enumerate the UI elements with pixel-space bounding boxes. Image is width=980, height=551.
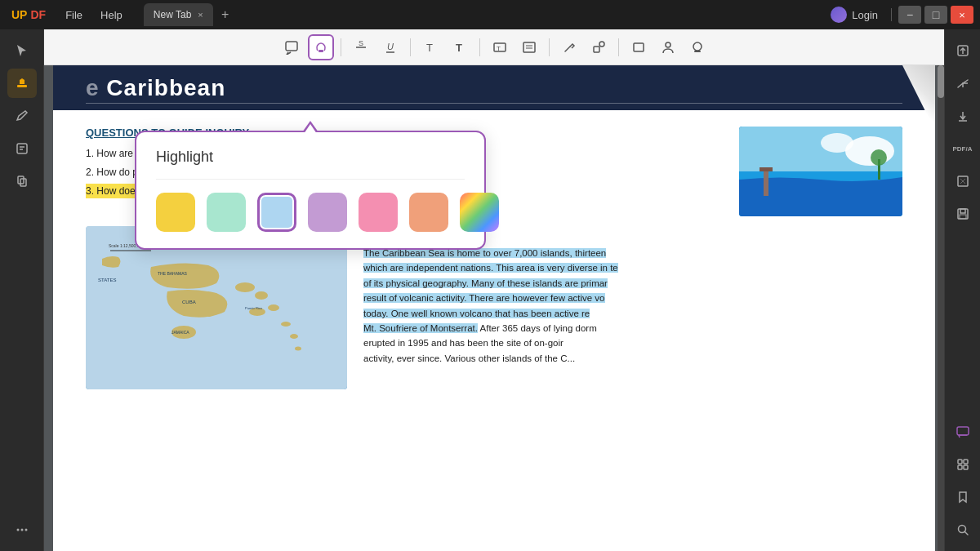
pdf-title-line [86, 103, 902, 104]
sidebar-highlight-tool[interactable] [7, 69, 37, 98]
color-swatch-rainbow[interactable] [460, 193, 499, 232]
color-swatch-green[interactable] [207, 193, 246, 232]
add-tab-button[interactable]: + [216, 6, 234, 24]
scroll-indicator[interactable] [938, 65, 944, 551]
svg-rect-61 [957, 427, 969, 435]
svg-rect-24 [634, 43, 644, 51]
comment-tool-button[interactable] [278, 34, 305, 60]
right-sidebar-grid[interactable] [948, 450, 978, 479]
color-swatch-purple[interactable] [308, 193, 347, 232]
caribbean-text-section: The Caribbean The Caribbean Sea is home … [363, 226, 902, 389]
app-logo: UPDF [7, 8, 51, 21]
sidebar-edit-tool[interactable] [7, 101, 37, 131]
toolbar-divider-4 [549, 38, 550, 56]
right-sidebar-pdfa[interactable]: PDF/A [948, 134, 978, 163]
stamp-button[interactable] [684, 34, 710, 60]
user-avatar [831, 7, 847, 23]
sidebar-pages-tool[interactable] [7, 167, 37, 196]
svg-text:JAMAICA: JAMAICA [172, 330, 189, 335]
svg-rect-19 [523, 42, 535, 52]
svg-rect-0 [17, 85, 27, 87]
svg-point-47 [290, 334, 298, 339]
right-sidebar-bookmark[interactable] [948, 482, 978, 512]
color-swatches [156, 193, 465, 232]
svg-text:STATES: STATES [98, 278, 116, 282]
scroll-thumb[interactable] [938, 65, 944, 98]
sidebar-cursor-tool[interactable] [7, 36, 37, 65]
svg-text:T: T [426, 42, 433, 54]
svg-point-6 [16, 529, 19, 531]
left-sidebar [0, 29, 44, 551]
svg-rect-63 [964, 460, 968, 464]
svg-text:CUBA: CUBA [182, 300, 196, 304]
svg-rect-9 [286, 42, 297, 51]
svg-rect-65 [964, 465, 968, 469]
rectangle-button[interactable] [626, 34, 652, 60]
svg-rect-33 [764, 171, 768, 196]
menu-file[interactable]: File [57, 6, 91, 24]
title-bar: UPDF File Help New Tab × + Login − □ × [0, 0, 980, 29]
underline-button[interactable]: U [377, 34, 403, 60]
right-sidebar-fit[interactable] [948, 167, 978, 196]
svg-point-8 [24, 529, 27, 531]
sidebar-forms-tool[interactable] [7, 134, 37, 163]
minimize-button[interactable]: − [898, 6, 921, 24]
svg-point-7 [20, 529, 23, 531]
svg-text:T: T [456, 42, 462, 54]
right-sidebar-search[interactable] [948, 515, 978, 544]
svg-rect-10 [318, 50, 323, 52]
svg-text:S: S [359, 40, 363, 47]
caribbean-body-text: The Caribbean Sea is home to over 7,000 … [363, 246, 902, 366]
svg-point-44 [255, 291, 268, 300]
pdf-page: e Caribbean QUESTIONS TO GUIDE INQUIRY 1… [53, 65, 935, 551]
text-button[interactable]: T [417, 34, 443, 60]
pdf-title: e Caribbean [86, 75, 225, 101]
strikethrough-button[interactable]: S [348, 34, 374, 60]
highlight-tool-button[interactable] [308, 34, 334, 60]
text-bold-button[interactable]: T [447, 34, 473, 60]
toolbar-divider-2 [410, 38, 411, 56]
maximize-button[interactable]: □ [924, 6, 947, 24]
login-label: Login [852, 9, 878, 21]
svg-text:Puerto Rico: Puerto Rico [245, 306, 263, 310]
right-sidebar-upload[interactable] [948, 36, 978, 65]
right-sidebar-download[interactable] [948, 101, 978, 131]
login-button[interactable]: Login [824, 3, 884, 26]
color-swatch-orange[interactable] [409, 193, 448, 232]
person-button[interactable] [655, 34, 681, 60]
toolbar-divider-3 [479, 38, 480, 56]
svg-point-46 [281, 322, 291, 327]
menu-help[interactable]: Help [92, 6, 131, 24]
right-sidebar-save[interactable] [948, 199, 978, 229]
svg-text:THE BAHAMAS: THE BAHAMAS [158, 271, 188, 276]
window-controls: − □ × [898, 6, 973, 24]
color-swatch-blue[interactable] [257, 193, 296, 232]
highlighted-caribbean-text: The Caribbean Sea is home to over 7,000 … [363, 248, 618, 333]
popup-divider [156, 179, 465, 180]
svg-point-43 [235, 282, 255, 292]
pdf-header: e Caribbean [53, 65, 935, 110]
svg-text:U: U [387, 42, 394, 51]
svg-point-26 [693, 42, 702, 51]
right-sidebar-share[interactable] [948, 69, 978, 98]
svg-point-23 [599, 42, 604, 47]
svg-rect-64 [958, 465, 962, 469]
pen-button[interactable] [556, 34, 582, 60]
sidebar-more-tool[interactable] [7, 515, 37, 544]
tab-close-icon[interactable]: × [198, 10, 203, 20]
svg-rect-59 [960, 209, 965, 213]
close-button[interactable]: × [951, 6, 973, 24]
color-swatch-yellow[interactable] [156, 193, 195, 232]
main-area: S U T T T [0, 29, 980, 551]
svg-rect-1 [17, 144, 27, 153]
right-sidebar-comment[interactable] [948, 417, 978, 447]
svg-rect-22 [594, 47, 599, 52]
popup-arrow-inner [304, 124, 317, 134]
lines-button[interactable] [516, 34, 542, 60]
svg-point-32 [821, 133, 853, 153]
svg-text:T: T [497, 45, 501, 52]
shapes-button[interactable] [586, 34, 612, 60]
textbox-button[interactable]: T [487, 34, 513, 60]
color-swatch-pink[interactable] [359, 193, 398, 232]
new-tab[interactable]: New Tab × [144, 3, 213, 26]
